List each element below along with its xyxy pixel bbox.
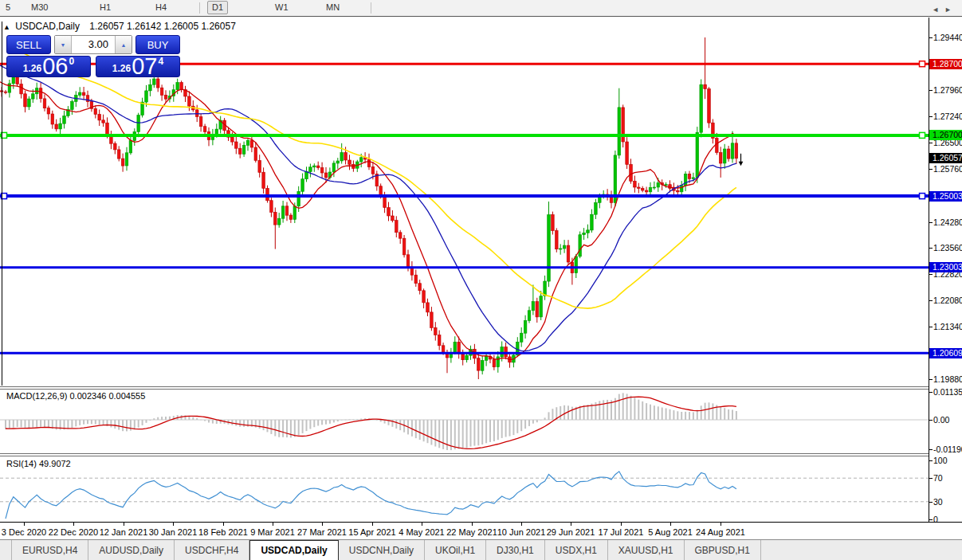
macd-histogram-bar: [399, 420, 401, 430]
macd-histogram-bar: [48, 420, 49, 428]
chart-tab-ukoil-h1[interactable]: UKOil,H1: [425, 540, 486, 560]
axis-tick-mark: [929, 169, 933, 170]
chart-tab-usdcad-daily[interactable]: USDCAD,Daily: [249, 540, 338, 560]
macd-histogram-bar: [622, 393, 624, 420]
hline-handle[interactable]: [920, 61, 925, 67]
macd-histogram-bar: [446, 420, 448, 450]
time-axis-label: 29 Jun 2021: [547, 527, 595, 537]
macd-histogram-bar: [75, 420, 77, 426]
candle-body: [270, 201, 273, 213]
chart-tab-usdx-h1[interactable]: USDX,H1: [545, 540, 608, 560]
toolbar-separator: [0, 16, 962, 17]
macd-histogram-bar: [126, 420, 128, 431]
sell-price-display[interactable]: 1.26060: [6, 56, 91, 77]
hline-handle[interactable]: [920, 132, 925, 138]
macd-histogram-bar: [423, 420, 425, 441]
candle-body: [383, 196, 387, 207]
chart-tab-audusd-daily[interactable]: AUDUSD,Daily: [88, 540, 175, 560]
sell-button[interactable]: SELL: [6, 35, 51, 54]
timeframe-button-M30[interactable]: M30: [27, 2, 52, 14]
volume-increase-button[interactable]: ▲: [115, 36, 132, 53]
tab-scroll-left-icon[interactable]: ◄: [932, 6, 944, 14]
macd-histogram-bar: [259, 420, 261, 429]
macd-histogram-bar: [298, 420, 300, 436]
candle-body: [465, 355, 469, 360]
macd-name: MACD(12,26,9): [6, 391, 67, 401]
timeframe-button-D1[interactable]: D1: [207, 1, 228, 14]
buy-price-display[interactable]: 1.26074: [96, 56, 180, 77]
candle-body: [430, 312, 434, 328]
macd-histogram-bar: [477, 420, 479, 445]
macd-histogram-bar: [118, 420, 120, 430]
candle-body: [344, 153, 347, 161]
axis-tick-mark: [929, 116, 933, 117]
macd-histogram-bar: [642, 401, 643, 420]
candle-body: [528, 311, 531, 321]
candle-body: [359, 158, 363, 162]
price-axis-tick-label: -0.01190: [933, 444, 962, 454]
tab-scroll-arrows[interactable]: ◄►: [932, 6, 957, 14]
candle-body: [649, 187, 652, 192]
chart-tab-dj30-h1[interactable]: DJ30,H1: [486, 540, 545, 560]
macd-histogram-bar: [524, 420, 526, 429]
tab-scroll-right-icon[interactable]: ►: [944, 6, 957, 14]
macd-histogram-bar: [673, 410, 674, 420]
moving-average-50[interactable]: [22, 52, 736, 308]
rsi-panel-chart[interactable]: [0, 456, 929, 521]
timeframe-button-5[interactable]: 5: [2, 2, 14, 14]
time-axis-label: 3 Dec 2020: [2, 527, 46, 537]
macd-histogram-bar: [512, 420, 514, 435]
volume-decrease-button[interactable]: ▼: [55, 36, 72, 53]
hline-handle[interactable]: [920, 194, 925, 199]
moving-average-10[interactable]: [0, 80, 736, 359]
chart-tab-usdchf-h4[interactable]: USDCHF,H4: [175, 540, 249, 560]
macd-histogram-bar: [650, 405, 651, 420]
chart-tab-eurusd-h4[interactable]: EURUSD,H4: [11, 540, 88, 560]
candle-body: [418, 284, 422, 291]
candle-body: [242, 145, 245, 154]
panel-divider[interactable]: [0, 453, 962, 456]
candle-body: [180, 83, 183, 90]
macd-histogram-bar: [200, 420, 202, 421]
macd-histogram-bar: [376, 420, 378, 421]
candle-body: [51, 114, 54, 124]
candle-body: [336, 161, 340, 163]
candle-body: [106, 123, 109, 135]
price-axis-tick-label: 1.27240: [933, 112, 962, 121]
timeframe-button-W1[interactable]: W1: [271, 2, 293, 14]
candle-body: [281, 206, 285, 218]
candle-body: [215, 129, 218, 135]
timeframe-button-MN[interactable]: MN: [322, 2, 344, 14]
candle-body: [540, 296, 543, 317]
candle-body: [332, 163, 336, 172]
candle-body: [422, 291, 426, 303]
candle-body: [716, 139, 719, 153]
macd-histogram-bar: [95, 420, 96, 425]
down-arrow-icon: ▼: [61, 42, 66, 48]
macd-histogram-bar: [208, 420, 210, 423]
time-axis[interactable]: 3 Dec 202022 Dec 202012 Jan 202130 Jan 2…: [0, 522, 962, 539]
price-axis-tick-label: 0.00: [933, 415, 949, 425]
axis-tick-mark: [929, 327, 933, 327]
macd-histogram-bar: [9, 420, 10, 429]
chart-tab-usdcnh-daily[interactable]: USDCNH,Daily: [339, 540, 425, 560]
candle-body: [258, 160, 261, 172]
moving-average-25[interactable]: [0, 65, 736, 351]
candle-body: [595, 202, 598, 214]
time-axis-tick-mark: [372, 523, 373, 526]
timeframe-button-H4[interactable]: H4: [151, 2, 171, 14]
candle-body: [402, 238, 406, 255]
axis-tick-mark: [929, 37, 933, 38]
price-axis-column[interactable]: 1.294401.279601.272401.265001.257601.242…: [929, 18, 962, 522]
chart-tab-gbpusd-h1[interactable]: GBPUSD,H1: [685, 540, 761, 560]
timeframe-button-H1[interactable]: H1: [96, 2, 115, 14]
candle-body: [563, 245, 566, 249]
macd-histogram-bar: [434, 420, 436, 447]
volume-input[interactable]: 3.00: [72, 36, 115, 53]
candle-body: [497, 357, 500, 367]
macd-histogram-bar: [216, 420, 218, 424]
panel-divider[interactable]: [0, 386, 962, 390]
chart-tab-xauusd-h1[interactable]: XAUUSD,H1: [608, 540, 685, 560]
macd-histogram-bar: [130, 420, 132, 431]
buy-button[interactable]: BUY: [135, 35, 180, 54]
